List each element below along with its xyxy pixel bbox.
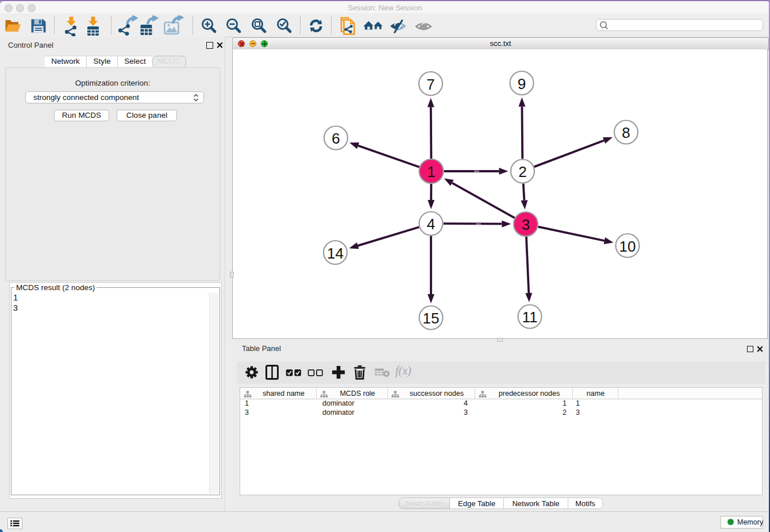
svg-text:9: 9 <box>518 75 526 92</box>
svg-text:11: 11 <box>522 309 538 326</box>
svg-text:7: 7 <box>426 76 434 93</box>
svg-text:14: 14 <box>327 245 344 262</box>
svg-text:4: 4 <box>427 215 435 233</box>
svg-text:6: 6 <box>332 130 340 147</box>
svg-text:2: 2 <box>518 163 526 180</box>
svg-text:15: 15 <box>423 310 440 327</box>
svg-text:10: 10 <box>619 238 636 255</box>
svg-text:3: 3 <box>522 216 530 233</box>
svg-text:8: 8 <box>622 124 630 141</box>
svg-text:1: 1 <box>427 163 435 180</box>
